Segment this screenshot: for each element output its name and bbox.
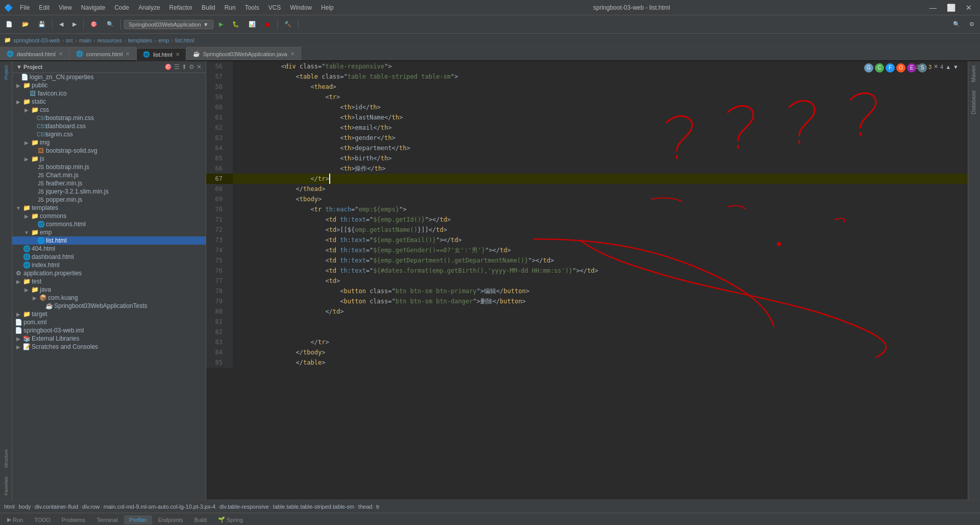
menu-vcs[interactable]: VCS <box>264 3 285 12</box>
tree-item-bootstrap-css[interactable]: CSS bootstrap.min.css <box>12 114 206 122</box>
scroll-down-icon[interactable]: ▼ <box>953 64 959 70</box>
tree-item-chart-js[interactable]: JS Chart.min.js <box>12 171 206 179</box>
tree-item-list-html[interactable]: 🌐 list.html <box>12 236 206 245</box>
project-dropdown-icon[interactable]: ▼ <box>16 64 22 70</box>
browser-icon-5[interactable]: E <box>907 63 916 73</box>
tree-item-favicon[interactable]: 🖼 favicon.ico <box>12 89 206 98</box>
breadcrumb-item-resources[interactable]: resources <box>97 37 122 43</box>
browser-icon-3[interactable]: F <box>886 63 895 73</box>
forward-button[interactable]: ▶ <box>69 19 80 29</box>
menu-edit[interactable]: Edit <box>35 3 54 12</box>
open-button[interactable]: 📂 <box>18 19 33 29</box>
menu-analyze[interactable]: Analyze <box>134 3 164 12</box>
tree-item-app-tests[interactable]: ☕ Springboot03WebApplicationTests <box>12 302 206 310</box>
settings-button[interactable]: ⚙ <box>966 19 978 29</box>
tree-item-commons-folder[interactable]: ▶ 📁 commons <box>12 212 206 220</box>
sidebar-collapse-icon[interactable]: ☰ <box>174 63 180 70</box>
browser-icon-6[interactable]: S <box>918 63 927 73</box>
bottom-tab-build[interactable]: Build <box>189 515 212 524</box>
tree-item-emp-folder[interactable]: ▼ 📁 emp <box>12 228 206 236</box>
menu-view[interactable]: View <box>55 3 76 12</box>
menu-navigate[interactable]: Navigate <box>77 3 109 12</box>
bp-row[interactable]: div.row <box>82 504 100 510</box>
new-file-button[interactable]: 📄 <box>2 19 16 29</box>
vtab-project[interactable]: Project <box>2 61 10 84</box>
tab-dashboard[interactable]: 🌐 dashboard.html ✕ <box>0 47 69 60</box>
sidebar-fold-icon[interactable]: ⬆ <box>182 63 187 70</box>
tree-item-feather-js[interactable]: JS feather.min.js <box>12 179 206 187</box>
tree-item-login[interactable]: 📄 login_zn_CN.properties <box>12 73 206 81</box>
tree-item-iml[interactable]: 📄 springboot-03-web.iml <box>12 326 206 335</box>
tree-item-404[interactable]: 🌐 404.html <box>12 245 206 253</box>
run-button[interactable]: ▶ <box>215 19 227 29</box>
tree-item-css[interactable]: ▶ 📁 css <box>12 106 206 114</box>
tab-commons-close[interactable]: ✕ <box>126 51 130 57</box>
browser-icon-4[interactable]: O <box>896 63 905 73</box>
tree-item-test[interactable]: ▶ 📁 test <box>12 277 206 285</box>
tree-item-java[interactable]: ▶ 📁 java <box>12 285 206 294</box>
tree-item-dashboard-html[interactable]: 🌐 dashboard.html <box>12 253 206 261</box>
bp-container[interactable]: div.container-fluid <box>35 504 78 510</box>
menu-refactor[interactable]: Refactor <box>165 3 197 12</box>
build-button[interactable]: 🔨 <box>281 19 295 29</box>
database-panel-tab[interactable]: Database <box>968 86 980 118</box>
sidebar-sync-icon[interactable]: 🎯 <box>164 63 172 70</box>
save-button[interactable]: 💾 <box>35 19 49 29</box>
bp-table[interactable]: table.table.table-striped.table-sm <box>273 504 355 510</box>
tab-springboot-app[interactable]: ☕ Springboot03WebApplication.java ✕ <box>186 47 301 60</box>
tree-item-img[interactable]: ▶ 📁 img <box>12 138 206 147</box>
bp-main[interactable]: main.col-md-9.ml-sm-auto.col-lg-10.pt-3.… <box>104 504 215 510</box>
maximize-button[interactable]: ⬜ <box>943 3 960 13</box>
breadcrumb-item-emp[interactable]: emp <box>158 37 169 43</box>
tab-list-close[interactable]: ✕ <box>176 52 180 57</box>
target-button[interactable]: 🎯 <box>87 19 101 29</box>
run-configuration[interactable]: Springboot03WebApplication ▼ <box>124 20 213 29</box>
run-with-coverage-button[interactable]: 📊 <box>245 19 259 29</box>
bottom-tab-run[interactable]: ▶ Run <box>2 515 28 524</box>
menu-file[interactable]: File <box>16 3 34 12</box>
tree-item-bootstrap-svg[interactable]: 🖼 bootstrap-solid.svg <box>12 147 206 155</box>
breadcrumb-item-project[interactable]: springboot-03-web <box>13 37 60 43</box>
search-everywhere-button[interactable]: 🔍 <box>103 19 117 29</box>
sidebar-settings-icon[interactable]: ⚙ <box>189 63 194 70</box>
breadcrumb-item-file[interactable]: list.html <box>175 37 194 43</box>
tree-item-scratches[interactable]: ▶ 📝 Scratches and Consoles <box>12 343 206 351</box>
tree-item-target[interactable]: ▶ 📁 target <box>12 310 206 318</box>
tree-item-pom[interactable]: 📄 pom.xml <box>12 318 206 326</box>
sidebar-close-icon[interactable]: ✕ <box>197 63 202 70</box>
menu-tools[interactable]: Tools <box>241 3 263 12</box>
close-button[interactable]: ✕ <box>962 3 976 13</box>
tree-item-static[interactable]: ▶ 📁 static <box>12 98 206 106</box>
vtab-favorites[interactable]: Favorites <box>2 472 10 499</box>
breadcrumb-item-templates[interactable]: templates <box>128 37 153 43</box>
tree-item-commons-html[interactable]: 🌐 commons.html <box>12 220 206 228</box>
tree-item-public[interactable]: ▶ 📁 public <box>12 81 206 89</box>
tree-item-bootstrap-js[interactable]: JS bootstrap.min.js <box>12 163 206 171</box>
bp-tr[interactable]: tr <box>376 504 380 510</box>
window-controls[interactable]: — ⬜ ✕ <box>925 3 976 13</box>
bottom-tab-problems[interactable]: Problems <box>57 515 90 524</box>
scroll-up-icon[interactable]: ▲ <box>945 64 951 70</box>
tab-springboot-close[interactable]: ✕ <box>290 51 295 57</box>
tree-item-dashboard-css[interactable]: CSS dashboard.css <box>12 122 206 130</box>
tree-item-jquery-js[interactable]: JS jquery-3.2.1.slim.min.js <box>12 187 206 196</box>
tree-item-popper-js[interactable]: JS popper.min.js <box>12 196 206 204</box>
menu-run[interactable]: Run <box>220 3 240 12</box>
tab-dashboard-close[interactable]: ✕ <box>59 51 63 57</box>
bottom-tab-profiler[interactable]: Profiler <box>124 515 152 524</box>
browser-icon-2[interactable]: C <box>875 63 884 73</box>
bottom-tab-todo[interactable]: TODO <box>29 515 56 524</box>
bottom-tab-endpoints[interactable]: Endpoints <box>153 515 188 524</box>
minimize-button[interactable]: — <box>925 3 941 13</box>
bottom-tab-terminal[interactable]: Terminal <box>91 515 123 524</box>
tree-item-ext-libraries[interactable]: ▶ 📚 External Libraries <box>12 335 206 343</box>
tree-item-index-html[interactable]: 🌐 index.html <box>12 261 206 269</box>
tree-item-com-kuang[interactable]: ▶ 📦 com.kuang <box>12 294 206 302</box>
vtab-structure[interactable]: Structure <box>2 445 10 472</box>
stop-button[interactable]: ⏹ <box>261 20 274 29</box>
menu-code[interactable]: Code <box>110 3 133 12</box>
browser-icon-1[interactable]: G <box>864 63 873 73</box>
back-button[interactable]: ◀ <box>56 19 67 29</box>
bottom-tab-spring[interactable]: 🌱 Spring <box>213 515 248 524</box>
bp-html[interactable]: html <box>4 504 15 510</box>
